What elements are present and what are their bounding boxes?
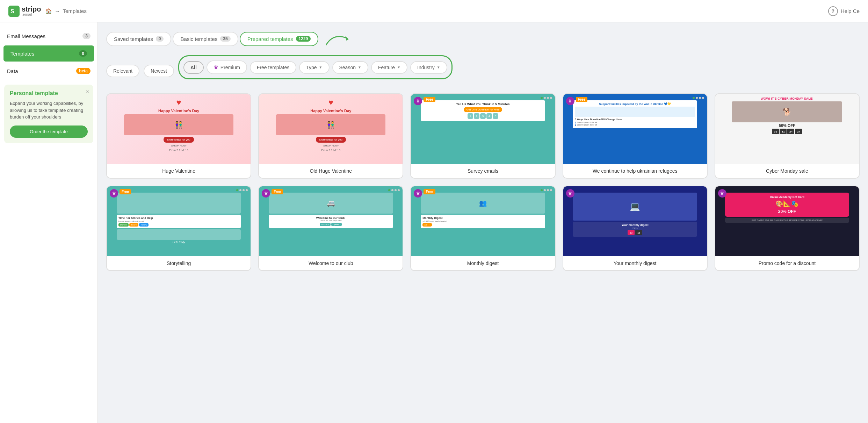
filter-industry-button[interactable]: Industry ▼ (410, 61, 447, 74)
template-thumbnail: ♥ Happy Valentine's Day 👫 More ideas for… (259, 94, 403, 164)
all-filters-row: Relevant Newest All ♛ Premium Free templ… (106, 55, 860, 86)
free-badge: Free (576, 97, 587, 102)
sidebar-item-data[interactable]: Data beta (0, 63, 97, 79)
breadcrumb-arrow: → (55, 8, 60, 14)
premium-badge: ♛ (566, 97, 574, 105)
valentine-btn: More ideas for you (164, 137, 194, 143)
stripo-logo-icon: S (8, 6, 20, 17)
template-tabs: Saved templates 0 Basic templates 35 Pre… (106, 29, 860, 48)
dog-image: 🐕 (732, 101, 842, 122)
template-card-huge-valentine[interactable]: ♥ Happy Valentine's Day 👫 More ideas for… (106, 93, 251, 179)
type-label: Type (306, 65, 317, 70)
free-badge: Free (424, 97, 435, 102)
template-card-promo-code[interactable]: ♛ Online Academy Gift Card 🎨📐🎭 20% OFF G… (715, 186, 860, 271)
valentine-image: 👫 (276, 114, 385, 135)
filter-feature-button[interactable]: Feature ▼ (371, 61, 407, 74)
template-name: Promo code for a discount (715, 256, 859, 270)
template-card-your-monthly-digest[interactable]: ♛ 💻 Your monthly digest 23:19 23 19 (563, 186, 708, 271)
close-personal-template-button[interactable]: × (86, 89, 89, 95)
tab-label: Saved templates (114, 36, 153, 42)
valentine-image: 👫 (124, 114, 233, 135)
industry-label: Industry (417, 65, 435, 70)
template-thumbnail: ♛ 💻 Your monthly digest 23:19 23 19 (563, 186, 707, 256)
sidebar-item-templates[interactable]: Templates 0 (3, 45, 94, 62)
header-left: S stripo .email 🏠 → Templates (8, 6, 87, 17)
tab-count: 35 (220, 36, 230, 42)
dots-row (388, 189, 400, 191)
template-name: Huge Valentine (107, 164, 251, 178)
personal-template-description: Expand your working capabilities, by all… (10, 100, 88, 121)
dots-row (541, 97, 552, 99)
template-name: Your monthly digest (563, 256, 707, 270)
template-card-storytelling[interactable]: ♛ Free Time For Stories and Help Lorem i… (106, 186, 251, 271)
filter-premium-button[interactable]: ♛ Premium (207, 60, 247, 74)
arrow-annotation (323, 29, 357, 48)
chevron-down-icon: ▼ (397, 65, 400, 69)
template-card-ukraine[interactable]: ♛ Free Support families impacted by the … (563, 93, 708, 179)
help-center-label: Help Ce (841, 8, 860, 14)
tab-label: Prepared templates (247, 36, 293, 42)
chevron-down-icon: ▼ (437, 65, 440, 69)
sort-relevant-button[interactable]: Relevant (106, 65, 139, 77)
season-label: Season (339, 65, 356, 70)
template-card-survey-emails[interactable]: ♛ Free Tell Us What You Think in 5 Minut… (410, 93, 555, 179)
template-card-welcome[interactable]: ♛ Free 🚐 Welcome to Our Club! How Can We… (258, 186, 403, 271)
tab-label: Basic templates (180, 36, 217, 42)
sort-newest-button[interactable]: Newest (144, 65, 174, 77)
tab-count: 1229 (296, 36, 311, 42)
dots-row (693, 97, 704, 99)
filter-season-button[interactable]: Season ▼ (332, 61, 368, 74)
help-icon-button[interactable]: ? (828, 6, 838, 16)
personal-template-card: × Personal template Expand your working … (4, 85, 93, 143)
breadcrumb-home-icon[interactable]: 🏠 (45, 8, 52, 14)
premium-badge: ♛ (566, 189, 574, 198)
filter-all-button[interactable]: All (183, 61, 204, 74)
sidebar-item-label: Data (7, 68, 18, 74)
crown-icon: ♛ (214, 64, 218, 71)
filter-free-button[interactable]: Free templates (250, 61, 296, 74)
template-thumbnail: ♛ Free Time For Stories and Help Lorem i… (107, 186, 251, 256)
personal-template-title: Personal template (10, 90, 88, 96)
valentine-btn: More ideas for you (316, 137, 346, 143)
template-card-monthly-digest[interactable]: ♛ Free 👥 Monthly Digest +5,000 kg of foo… (410, 186, 555, 271)
logo[interactable]: S stripo .email (8, 6, 41, 17)
tab-saved-templates[interactable]: Saved templates 0 (106, 32, 171, 46)
sidebar-item-email-messages[interactable]: Email Messages 3 (0, 28, 97, 44)
dots-row (541, 189, 552, 191)
chevron-down-icon: ▼ (319, 65, 323, 69)
filter-box: All ♛ Premium Free templates Type ▼ Seas… (178, 55, 453, 79)
order-template-button[interactable]: Order the template (10, 126, 88, 138)
main-content: Saved templates 0 Basic templates 35 Pre… (98, 22, 868, 423)
logo-name: stripo (22, 6, 41, 13)
main-layout: Email Messages 3 Templates 0 Data beta ×… (0, 0, 868, 423)
sidebar-item-label: Templates (10, 51, 34, 57)
template-thumbnail: ♛ Free 👥 Monthly Digest +5,000 kg of foo… (411, 186, 555, 256)
sidebar-item-label: Email Messages (7, 33, 45, 39)
sidebar-badge-data: beta (76, 68, 91, 74)
template-name: Cyber Monday sale (715, 164, 859, 178)
template-name: Survey emails (411, 164, 555, 178)
template-card-cyber-monday[interactable]: WOW! IT'S CYBER MONDAY SALE! 🐕 50% OFF 3… (715, 93, 860, 179)
tab-count: 0 (156, 36, 164, 42)
app-header: S stripo .email 🏠 → Templates ? Help Ce (0, 0, 868, 22)
template-name: Welcome to our club (259, 256, 403, 270)
free-badge: Free (272, 189, 283, 194)
template-thumbnail: WOW! IT'S CYBER MONDAY SALE! 🐕 50% OFF 3… (715, 94, 859, 164)
template-name: Monthly digest (411, 256, 555, 270)
tab-basic-templates[interactable]: Basic templates 35 (173, 32, 238, 46)
breadcrumb-page: Templates (63, 8, 87, 14)
template-thumbnail: ♛ Free Tell Us What You Think in 5 Minut… (411, 94, 555, 164)
template-name: Storytelling (107, 256, 251, 270)
dots-row (236, 189, 248, 191)
free-badge: Free (424, 189, 435, 194)
tab-prepared-templates[interactable]: Prepared templates 1229 (240, 32, 319, 46)
template-card-old-huge-valentine[interactable]: ♥ Happy Valentine's Day 👫 More ideas for… (258, 93, 403, 179)
template-thumbnail: ♛ Online Academy Gift Card 🎨📐🎭 20% OFF G… (715, 186, 859, 256)
filter-type-button[interactable]: Type ▼ (299, 61, 329, 74)
template-name: We continue to help ukrainian refugees (563, 164, 707, 178)
header-right: ? Help Ce (828, 6, 860, 16)
sidebar-badge-email: 3 (82, 33, 91, 39)
svg-marker-2 (345, 36, 349, 41)
template-thumbnail: ♛ Free 🚐 Welcome to Our Club! How Can We… (259, 186, 403, 256)
template-name: Old Huge Valentine (259, 164, 403, 178)
